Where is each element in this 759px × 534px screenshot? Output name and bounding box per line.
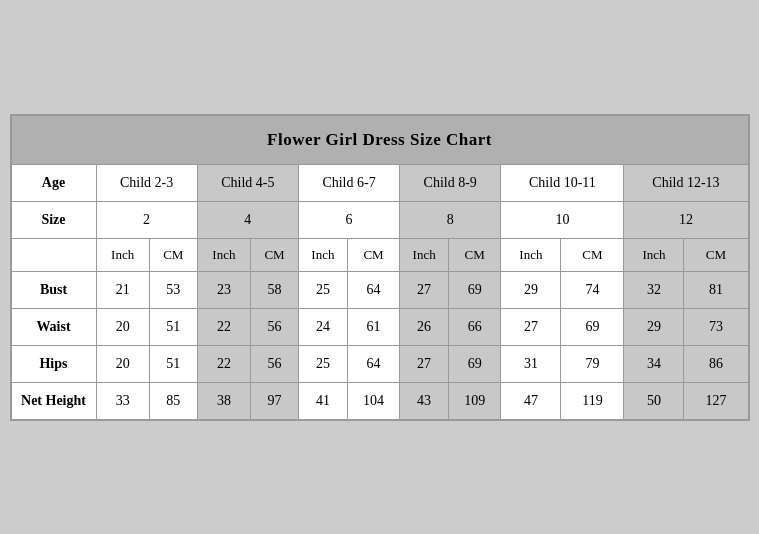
waist-3-cm: 66 bbox=[449, 308, 501, 345]
hips-2-inch: 25 bbox=[298, 345, 347, 382]
bust-3-inch: 27 bbox=[400, 271, 449, 308]
waist-5-inch: 29 bbox=[624, 308, 684, 345]
nh-4-inch: 47 bbox=[501, 382, 561, 419]
nh-0-cm: 85 bbox=[149, 382, 197, 419]
unit-inch-4: Inch bbox=[400, 238, 449, 271]
hips-0-cm: 51 bbox=[149, 345, 197, 382]
bust-1-cm: 58 bbox=[251, 271, 299, 308]
unit-inch-3: Inch bbox=[298, 238, 347, 271]
child-12-13-header: Child 12-13 bbox=[624, 164, 748, 201]
waist-5-cm: 73 bbox=[684, 308, 748, 345]
size-6: 6 bbox=[298, 201, 399, 238]
size-8: 8 bbox=[400, 201, 501, 238]
bust-2-cm: 64 bbox=[347, 271, 399, 308]
unit-cm-5: CM bbox=[561, 238, 624, 271]
hips-row: Hips 20 51 22 56 25 64 27 69 31 79 34 86 bbox=[11, 345, 748, 382]
unit-inch-1: Inch bbox=[96, 238, 149, 271]
bust-3-cm: 69 bbox=[449, 271, 501, 308]
nh-5-inch: 50 bbox=[624, 382, 684, 419]
nh-3-inch: 43 bbox=[400, 382, 449, 419]
unit-cm-6: CM bbox=[684, 238, 748, 271]
size-4: 4 bbox=[197, 201, 298, 238]
bust-2-inch: 25 bbox=[298, 271, 347, 308]
waist-0-inch: 20 bbox=[96, 308, 149, 345]
net-height-label: Net Height bbox=[11, 382, 96, 419]
nh-1-inch: 38 bbox=[197, 382, 250, 419]
bust-row: Bust 21 53 23 58 25 64 27 69 29 74 32 81 bbox=[11, 271, 748, 308]
waist-2-cm: 61 bbox=[347, 308, 399, 345]
size-row: Size 2 4 6 8 10 12 bbox=[11, 201, 748, 238]
bust-label: Bust bbox=[11, 271, 96, 308]
waist-1-inch: 22 bbox=[197, 308, 250, 345]
age-label: Age bbox=[11, 164, 96, 201]
hips-1-cm: 56 bbox=[251, 345, 299, 382]
size-2: 2 bbox=[96, 201, 197, 238]
waist-4-cm: 69 bbox=[561, 308, 624, 345]
nh-2-cm: 104 bbox=[347, 382, 399, 419]
unit-inch-2: Inch bbox=[197, 238, 250, 271]
waist-row: Waist 20 51 22 56 24 61 26 66 27 69 29 7… bbox=[11, 308, 748, 345]
child-6-7-header: Child 6-7 bbox=[298, 164, 399, 201]
unit-cm-4: CM bbox=[449, 238, 501, 271]
title-row: Flower Girl Dress Size Chart bbox=[11, 115, 748, 164]
size-10: 10 bbox=[501, 201, 624, 238]
unit-row: Inch CM Inch CM Inch CM Inch CM Inch CM … bbox=[11, 238, 748, 271]
nh-2-inch: 41 bbox=[298, 382, 347, 419]
unit-cm-3: CM bbox=[347, 238, 399, 271]
unit-cm-2: CM bbox=[251, 238, 299, 271]
bust-0-cm: 53 bbox=[149, 271, 197, 308]
bust-0-inch: 21 bbox=[96, 271, 149, 308]
hips-label: Hips bbox=[11, 345, 96, 382]
size-chart-table: Flower Girl Dress Size Chart Age Child 2… bbox=[11, 115, 749, 420]
waist-4-inch: 27 bbox=[501, 308, 561, 345]
bust-4-inch: 29 bbox=[501, 271, 561, 308]
hips-3-inch: 27 bbox=[400, 345, 449, 382]
size-12: 12 bbox=[624, 201, 748, 238]
bust-5-cm: 81 bbox=[684, 271, 748, 308]
bust-5-inch: 32 bbox=[624, 271, 684, 308]
unit-empty bbox=[11, 238, 96, 271]
waist-1-cm: 56 bbox=[251, 308, 299, 345]
waist-2-inch: 24 bbox=[298, 308, 347, 345]
hips-5-cm: 86 bbox=[684, 345, 748, 382]
unit-cm-1: CM bbox=[149, 238, 197, 271]
child-8-9-header: Child 8-9 bbox=[400, 164, 501, 201]
nh-0-inch: 33 bbox=[96, 382, 149, 419]
child-2-3-header: Child 2-3 bbox=[96, 164, 197, 201]
hips-1-inch: 22 bbox=[197, 345, 250, 382]
chart-title: Flower Girl Dress Size Chart bbox=[11, 115, 748, 164]
waist-3-inch: 26 bbox=[400, 308, 449, 345]
hips-2-cm: 64 bbox=[347, 345, 399, 382]
hips-4-cm: 79 bbox=[561, 345, 624, 382]
hips-3-cm: 69 bbox=[449, 345, 501, 382]
nh-5-cm: 127 bbox=[684, 382, 748, 419]
size-chart-wrapper: Flower Girl Dress Size Chart Age Child 2… bbox=[10, 114, 750, 421]
nh-4-cm: 119 bbox=[561, 382, 624, 419]
size-label: Size bbox=[11, 201, 96, 238]
hips-0-inch: 20 bbox=[96, 345, 149, 382]
child-4-5-header: Child 4-5 bbox=[197, 164, 298, 201]
nh-3-cm: 109 bbox=[449, 382, 501, 419]
hips-4-inch: 31 bbox=[501, 345, 561, 382]
waist-0-cm: 51 bbox=[149, 308, 197, 345]
child-10-11-header: Child 10-11 bbox=[501, 164, 624, 201]
hips-5-inch: 34 bbox=[624, 345, 684, 382]
net-height-row: Net Height 33 85 38 97 41 104 43 109 47 … bbox=[11, 382, 748, 419]
bust-1-inch: 23 bbox=[197, 271, 250, 308]
waist-label: Waist bbox=[11, 308, 96, 345]
age-row: Age Child 2-3 Child 4-5 Child 6-7 Child … bbox=[11, 164, 748, 201]
nh-1-cm: 97 bbox=[251, 382, 299, 419]
unit-inch-5: Inch bbox=[501, 238, 561, 271]
unit-inch-6: Inch bbox=[624, 238, 684, 271]
bust-4-cm: 74 bbox=[561, 271, 624, 308]
